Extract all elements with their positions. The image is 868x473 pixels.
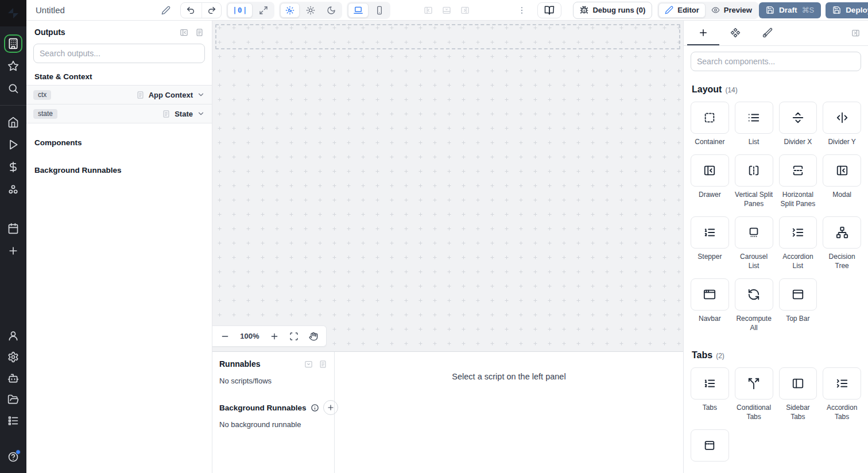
- toggle-bottom-panel-icon[interactable]: [442, 6, 451, 15]
- rail-item-workers[interactable]: [4, 369, 22, 387]
- component-stepper[interactable]: Stepper: [691, 216, 729, 278]
- component-tabs[interactable]: Tabs: [691, 367, 729, 429]
- theme-auto-button[interactable]: [280, 3, 300, 18]
- component-card[interactable]: [691, 278, 729, 311]
- rail-item-variables[interactable]: [4, 158, 22, 176]
- component-card[interactable]: [735, 278, 773, 311]
- mobile-view-button[interactable]: [370, 3, 389, 18]
- component-card[interactable]: [779, 154, 817, 187]
- component-card[interactable]: [779, 102, 817, 134]
- undo-button[interactable]: [181, 3, 200, 18]
- docs-button[interactable]: [537, 2, 561, 18]
- component-navbar[interactable]: Navbar: [691, 278, 729, 340]
- edit-title-button[interactable]: [158, 3, 173, 18]
- component-recompute-all[interactable]: Recompute All: [735, 278, 773, 340]
- windmill-logo[interactable]: [0, 0, 26, 26]
- fit-view-button[interactable]: [289, 332, 299, 341]
- collapse-components-panel-icon[interactable]: [851, 29, 860, 37]
- component-card[interactable]: [691, 154, 729, 187]
- panel-close-icon: [703, 164, 716, 177]
- component-card[interactable]: [691, 429, 729, 462]
- component-divider-y[interactable]: Divider Y: [823, 102, 861, 154]
- toggle-right-panel-icon[interactable]: [460, 6, 470, 15]
- tab-styling[interactable]: [751, 21, 784, 45]
- component-decision-tree[interactable]: Decision Tree: [823, 216, 861, 278]
- pan-tool-button[interactable]: [309, 332, 318, 341]
- rail-item-help[interactable]: [4, 448, 22, 466]
- component-card[interactable]: [735, 367, 773, 400]
- app-canvas[interactable]: 100%: [212, 21, 683, 351]
- tab-component-settings[interactable]: [719, 21, 751, 45]
- info-icon[interactable]: [311, 404, 319, 412]
- component-card[interactable]: [779, 367, 817, 400]
- component-sidebar-tabs[interactable]: Sidebar Tabs: [779, 367, 817, 429]
- theme-light-button[interactable]: [301, 3, 320, 18]
- rail-item-favorites[interactable]: [4, 57, 22, 75]
- component-top-bar[interactable]: Top Bar: [779, 278, 817, 340]
- preview-tab[interactable]: Preview: [706, 3, 758, 18]
- rail-item-user[interactable]: [4, 327, 22, 345]
- select-script-hint: Select a script on the left panel: [452, 372, 565, 381]
- component-card[interactable]: [823, 367, 861, 400]
- expand-canvas-button[interactable]: [254, 3, 273, 18]
- component-card[interactable]: [823, 216, 861, 249]
- toggle-left-panel-icon[interactable]: [424, 6, 433, 15]
- redo-button[interactable]: [202, 3, 221, 18]
- draft-button[interactable]: Draft ⌘S: [759, 2, 821, 18]
- canvas-dropzone[interactable]: [215, 24, 680, 49]
- rail-item-search[interactable]: [4, 79, 22, 98]
- tab-insert-component[interactable]: [687, 21, 719, 45]
- output-row-state[interactable]: stateState: [26, 104, 212, 123]
- more-menu-button[interactable]: [514, 3, 529, 18]
- rail-item-logs[interactable]: [4, 412, 22, 430]
- zoom-out-button[interactable]: [220, 332, 230, 341]
- collapse-runnables-icon[interactable]: [304, 360, 313, 369]
- component-card[interactable]: [691, 102, 729, 134]
- component-card[interactable]: [735, 216, 773, 249]
- rail-item-add[interactable]: [4, 242, 22, 260]
- outputs-doc-icon[interactable]: [195, 28, 204, 37]
- rail-item-home[interactable]: [4, 113, 22, 131]
- deploy-button[interactable]: Deploy: [826, 2, 868, 18]
- component-card[interactable]: [691, 216, 729, 249]
- rail-item-folders[interactable]: [4, 390, 22, 409]
- theme-dark-button[interactable]: [321, 3, 341, 18]
- component-container[interactable]: Container: [691, 102, 729, 154]
- center-align-toggle[interactable]: |0|: [227, 3, 253, 18]
- component-drawer[interactable]: Drawer: [691, 154, 729, 216]
- component-card[interactable]: [691, 367, 729, 400]
- component-accordion-tabs[interactable]: Accordion Tabs: [823, 367, 861, 429]
- chevron-down-icon[interactable]: [197, 110, 205, 118]
- component-card[interactable]: [735, 102, 773, 134]
- editor-tab[interactable]: Editor: [658, 3, 706, 18]
- chevron-down-icon[interactable]: [197, 91, 205, 99]
- component-card[interactable]: [779, 278, 817, 311]
- component-accordion-list[interactable]: Accordion List: [779, 216, 817, 278]
- desktop-view-button[interactable]: [348, 3, 369, 18]
- component-list[interactable]: List: [735, 102, 773, 154]
- component-carousel-list[interactable]: Carousel List: [735, 216, 773, 278]
- component-card[interactable]: [735, 154, 773, 187]
- output-row-ctx[interactable]: ctxApp Context: [26, 86, 212, 104]
- runnables-doc-icon[interactable]: [319, 360, 327, 369]
- component-horizontal-split-panes[interactable]: Horizontal Split Panes: [779, 154, 817, 216]
- component-card[interactable]: [823, 154, 861, 187]
- component-conditional-tabs[interactable]: Conditional Tabs: [735, 367, 773, 429]
- component-card[interactable]: [823, 102, 861, 134]
- components-search-input[interactable]: [697, 57, 855, 66]
- debug-runs-button[interactable]: Debug runs (0): [573, 2, 652, 19]
- component-unnamed[interactable]: [691, 429, 729, 462]
- component-modal[interactable]: Modal: [823, 154, 861, 216]
- component-divider-x[interactable]: Divider X: [779, 102, 817, 154]
- component-vertical-split-panes[interactable]: Vertical Split Panes: [735, 154, 773, 216]
- zoom-in-button[interactable]: [270, 332, 279, 341]
- outputs-search-input[interactable]: [40, 49, 199, 58]
- rail-item-runs[interactable]: [4, 135, 22, 154]
- rail-item-resources[interactable]: [4, 180, 22, 199]
- component-card[interactable]: [779, 216, 817, 249]
- rail-item-settings[interactable]: [4, 348, 22, 366]
- component-grid: ContainerListDivider XDivider YDrawerVer…: [691, 102, 861, 340]
- rail-item-schedules[interactable]: [4, 219, 22, 238]
- collapse-outputs-icon[interactable]: [180, 28, 188, 37]
- rail-item-apps[interactable]: [4, 34, 22, 53]
